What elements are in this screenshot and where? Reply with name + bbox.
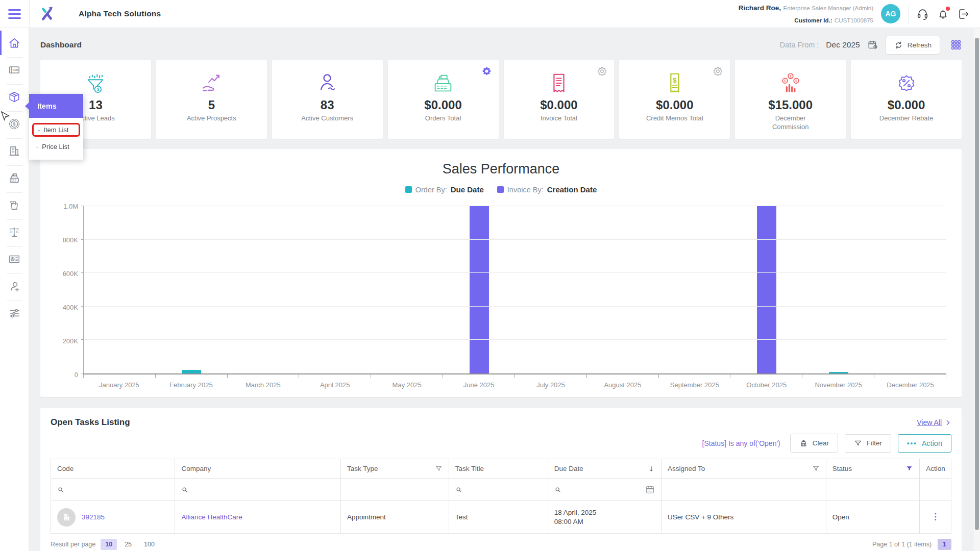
status-cell: Open bbox=[826, 501, 919, 534]
view-all-link[interactable]: View All bbox=[917, 418, 951, 427]
logout-icon[interactable] bbox=[957, 8, 970, 20]
chevron-right-icon bbox=[945, 419, 951, 426]
column-header-code[interactable]: Code bbox=[51, 459, 175, 479]
card-settings-gear-icon[interactable] bbox=[482, 66, 492, 76]
legend-entry: Order By:Due Date bbox=[405, 185, 484, 194]
search-company-input[interactable] bbox=[181, 486, 188, 493]
column-label: Code bbox=[57, 465, 74, 472]
sidebar-item-purchases[interactable] bbox=[0, 193, 29, 217]
sidebar-item-billing[interactable] bbox=[0, 166, 29, 190]
y-axis-tick-label: 600K bbox=[63, 270, 78, 278]
column-header-assigned-to[interactable]: Assigned To bbox=[661, 459, 826, 479]
sidebar-item-company[interactable] bbox=[0, 139, 29, 163]
leads-funnel-icon: $ bbox=[84, 71, 107, 95]
svg-text:D: D bbox=[10, 230, 13, 234]
kpi-card-active-prospects: 5Active Prospects bbox=[156, 60, 267, 139]
dollar-coin-icon: $ bbox=[8, 117, 21, 131]
bar-october-2025[interactable] bbox=[757, 206, 776, 373]
sidebar-item-crm[interactable]: CRM bbox=[0, 58, 29, 82]
legend-value: Due Date bbox=[451, 185, 484, 194]
search-due-date-input[interactable] bbox=[554, 486, 561, 493]
filter-funnel-icon bbox=[854, 439, 862, 447]
ellipsis-icon: ••• bbox=[907, 439, 917, 447]
active-filter-chip[interactable]: [Status] Is any of('Open') bbox=[702, 439, 780, 447]
sidebar-item-items[interactable] bbox=[0, 85, 29, 109]
svg-text:CRM: CRM bbox=[12, 68, 18, 71]
page-info: Page 1 of 1 (1 items) bbox=[872, 541, 932, 548]
page-size-option-100[interactable]: 100 bbox=[139, 539, 159, 550]
app-logo[interactable] bbox=[30, 4, 64, 23]
clear-broom-icon bbox=[799, 439, 808, 447]
gridline bbox=[84, 206, 946, 206]
x-axis-tick bbox=[371, 374, 371, 378]
kpi-label: December Commission bbox=[760, 114, 821, 132]
refresh-button[interactable]: Refresh bbox=[886, 36, 940, 55]
page-size-option-25[interactable]: 25 bbox=[120, 539, 136, 550]
sales-performance-card: Sales Performance Order By:Due DateInvoi… bbox=[40, 149, 962, 397]
scrollbar-thumb[interactable] bbox=[975, 38, 979, 530]
kpi-value: 83 bbox=[321, 98, 334, 112]
column-header-task-title[interactable]: Task Title bbox=[449, 459, 548, 479]
column-header-due-date[interactable]: Due Date bbox=[548, 459, 661, 479]
card-settings-gear-icon[interactable] bbox=[597, 66, 607, 76]
table-header-row: CodeCompanyTask TypeTask TitleDue DateAs… bbox=[51, 459, 951, 479]
schedule-calendar-icon[interactable] bbox=[867, 39, 878, 51]
menu-item-price-list[interactable]: - Price List bbox=[32, 140, 80, 154]
hamburger-menu-icon[interactable] bbox=[0, 9, 29, 19]
column-header-status[interactable]: Status bbox=[826, 459, 919, 479]
y-axis-tick-label: 200K bbox=[63, 337, 78, 345]
bar-june-2025[interactable] bbox=[470, 206, 489, 373]
x-axis-tick bbox=[83, 374, 84, 378]
company-link[interactable]: Alliance HealthCare bbox=[181, 513, 242, 521]
search-code-input[interactable] bbox=[57, 486, 64, 493]
page-size-option-10[interactable]: 10 bbox=[101, 539, 117, 550]
x-axis-label: September 2025 bbox=[658, 381, 730, 389]
sidebar-item-preferences[interactable] bbox=[0, 301, 29, 325]
gridline bbox=[84, 272, 946, 273]
task-code-link[interactable]: 392185 bbox=[82, 513, 105, 521]
vertical-scrollbar[interactable] bbox=[973, 29, 980, 551]
column-header-task-type[interactable]: Task Type bbox=[340, 459, 449, 479]
view-all-label: View All bbox=[917, 418, 942, 427]
sidebar-item-home[interactable] bbox=[0, 31, 29, 55]
bar-february-2025[interactable] bbox=[182, 370, 201, 373]
clear-button[interactable]: Clear bbox=[790, 434, 838, 453]
x-axis-label: June 2025 bbox=[443, 381, 515, 389]
sidebar-item-reports[interactable] bbox=[0, 247, 29, 271]
page-number-button[interactable]: 1 bbox=[938, 539, 951, 550]
commission-coins-icon: $$$ bbox=[779, 71, 802, 95]
notifications-bell-icon[interactable] bbox=[937, 8, 949, 20]
kpi-label: Orders Total bbox=[425, 114, 461, 123]
column-filter-icon[interactable] bbox=[812, 465, 820, 472]
kpi-value: $0.000 bbox=[540, 98, 577, 112]
sort-desc-icon[interactable] bbox=[648, 465, 655, 473]
menu-item-item-list[interactable]: - Item List bbox=[32, 123, 80, 137]
svg-text:$: $ bbox=[795, 79, 797, 83]
kpi-value: $15.000 bbox=[768, 98, 813, 112]
column-label: Action bbox=[926, 465, 945, 472]
card-settings-gear-icon[interactable] bbox=[713, 66, 723, 76]
legend-swatch bbox=[405, 186, 412, 193]
support-headset-icon[interactable] bbox=[916, 8, 929, 20]
sidebar-item-add-user[interactable] bbox=[0, 274, 29, 298]
y-axis-tick-label: 400K bbox=[63, 304, 78, 311]
column-filter-icon[interactable] bbox=[435, 465, 443, 472]
search-task-title-input[interactable] bbox=[455, 486, 462, 493]
x-axis-tick bbox=[802, 374, 802, 378]
x-axis-label: October 2025 bbox=[730, 381, 802, 389]
due-date-calendar-icon[interactable] bbox=[645, 485, 655, 494]
filter-button[interactable]: Filter bbox=[845, 434, 891, 453]
divider bbox=[908, 5, 909, 23]
column-filter-active-icon[interactable] bbox=[905, 465, 913, 472]
column-header-company[interactable]: Company bbox=[175, 459, 341, 479]
bar-november-2025[interactable] bbox=[829, 372, 848, 373]
row-action-menu-icon[interactable]: ⋮ bbox=[926, 512, 945, 522]
credit-memo-icon: $ bbox=[663, 71, 687, 95]
avatar[interactable]: AG bbox=[881, 4, 900, 23]
dashboard-grid-icon[interactable] bbox=[950, 39, 962, 51]
kpi-label: Active Prospects bbox=[187, 114, 236, 123]
action-button[interactable]: ••• Action bbox=[898, 434, 951, 453]
sidebar-item-ledger[interactable]: DC bbox=[0, 220, 29, 244]
sidebar-item-currency[interactable]: $ bbox=[0, 112, 29, 136]
column-header-action[interactable]: Action bbox=[920, 459, 951, 479]
